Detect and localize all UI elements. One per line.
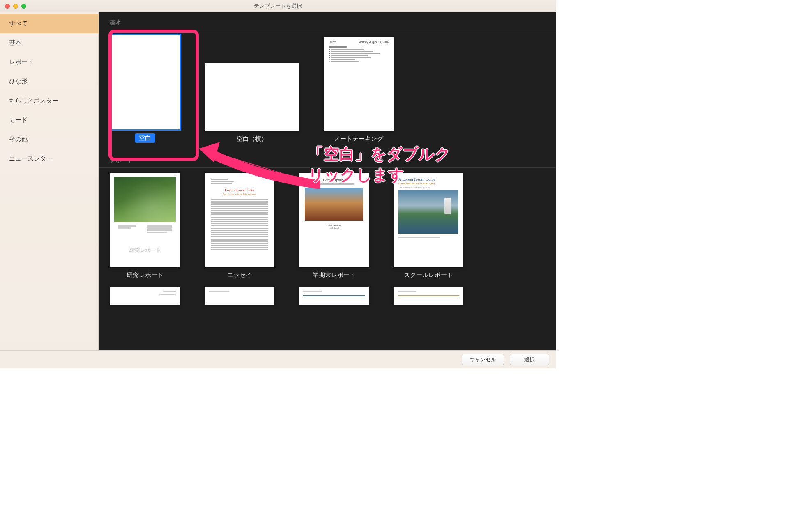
template-label: 学期末レポート [313,271,356,279]
sidebar-item-label: すべて [9,20,28,27]
traffic-lights [0,4,26,9]
template-peek[interactable] [299,287,369,305]
thumb-title: Lorem Ipsum [305,178,363,182]
section-title-basic: 基本 [99,12,556,30]
thumb-title: A Lorem Ipsum Dolor [398,177,458,181]
template-school-report[interactable]: A Lorem Ipsum Dolor Lorem ipsum dolor si… [394,173,463,279]
window-title: テンプレートを選択 [0,2,556,10]
thumb-subtitle: Lorem ipsum dolor sit amet ligula [398,182,458,185]
template-peek[interactable] [394,287,463,305]
template-thumb: Lorem Ipsum Dolor Sed ut dis unis mobile… [205,173,274,267]
template-note-taking[interactable]: Lorem Monday, August 11, 2014 ノートテーキング [324,37,394,143]
template-label: 空白（横） [237,135,267,143]
sidebar-item-label: レポート [9,58,34,65]
template-label: スクールレポート [404,271,453,279]
sidebar-item-label: ひな形 [9,78,28,85]
template-thumb: Lorem Ipsum Urna Semper Fall 2014 [299,173,369,267]
sidebar-item-label: カード [9,116,28,123]
footer: キャンセル 選択 [0,350,556,368]
template-term-report[interactable]: Lorem Ipsum Urna Semper Fall 2014 学期末レポー… [299,173,369,279]
titlebar: テンプレートを選択 [0,0,556,12]
template-thumb: Lorem Monday, August 11, 2014 [324,37,394,131]
thumb-meta: Tomas Manzilla · October 20, 2013 [398,186,458,189]
sidebar-item-label: ニュースレター [9,155,52,162]
template-thumb [205,63,299,131]
section-title-report: レポート [99,150,556,168]
template-blank-landscape[interactable]: 空白（横） [205,63,299,143]
thumb-caption-sub: Fall 2014 [305,227,363,229]
sidebar-item-flyers[interactable]: ちらしとポスター [0,91,98,110]
minimize-icon[interactable] [13,4,18,9]
template-thumb: A Lorem Ipsum Dolor Lorem ipsum dolor si… [394,173,463,267]
sidebar-item-label: ちらしとポスター [9,97,58,104]
sidebar-item-basic[interactable]: 基本 [0,33,98,53]
template-thumb: 研究レポート [110,173,180,267]
template-chooser-window: テンプレートを選択 すべて 基本 レポート ひな形 ちらしとポスター カード そ… [0,0,556,368]
sidebar: すべて 基本 レポート ひな形 ちらしとポスター カード その他 ニュースレター [0,12,99,350]
sidebar-item-other[interactable]: その他 [0,130,98,149]
template-essay[interactable]: Lorem Ipsum Dolor Sed ut dis unis mobile… [205,173,274,279]
sidebar-item-label: その他 [9,135,28,142]
template-label: 研究レポート [127,271,163,279]
thumb-subtitle: Sed ut dis unis mobile venison [211,193,268,195]
template-label: エッセイ [227,271,252,279]
sidebar-item-label: 基本 [9,39,21,46]
close-icon[interactable] [5,4,10,9]
button-label: キャンセル [470,356,496,362]
button-label: 選択 [524,356,535,362]
choose-button[interactable]: 選択 [510,354,549,365]
thumb-title: Lorem Ipsum Dolor [211,188,268,192]
window-body: すべて 基本 レポート ひな形 ちらしとポスター カード その他 ニュースレター… [0,12,556,350]
grid-report: 研究レポート 研究レポート Lorem Ipsum Dolor Sed ut d… [99,173,556,287]
template-label: ノートテーキング [334,135,383,143]
zoom-icon[interactable] [21,4,26,9]
sidebar-item-newsletter[interactable]: ニュースレター [0,149,98,168]
sidebar-item-stationery[interactable]: ひな形 [0,72,98,91]
template-thumb [110,35,180,129]
sidebar-item-report[interactable]: レポート [0,53,98,72]
thumb-date: Monday, August 11, 2014 [359,41,389,44]
grid-peek-row [99,287,556,305]
template-research-report[interactable]: 研究レポート 研究レポート [110,173,180,279]
grid-basic: 空白 空白（横） Lorem Monday, August 11, 2014 [99,35,556,150]
thumb-overlay-title: 研究レポート [110,246,180,253]
template-peek[interactable] [110,287,180,305]
sidebar-item-all[interactable]: すべて [0,14,98,33]
template-peek[interactable] [205,287,274,305]
thumb-heading: Lorem [329,41,336,44]
sidebar-item-cards[interactable]: カード [0,110,98,130]
template-blank[interactable]: 空白 [110,35,180,143]
template-grid-area: 基本 空白 空白（横） Lorem Monday, August 11, 201… [99,12,556,350]
template-label: 空白 [135,133,155,143]
cancel-button[interactable]: キャンセル [462,354,504,365]
